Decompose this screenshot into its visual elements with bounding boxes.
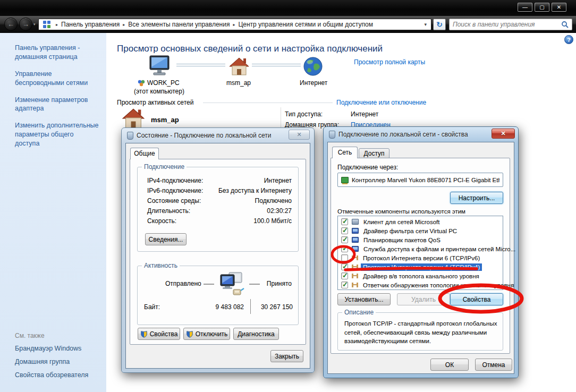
disable-button[interactable]: Отключить [183,328,230,340]
component-properties-button[interactable]: Свойства [450,293,503,305]
checkbox[interactable]: ✓ [341,236,348,243]
minimize-button[interactable]: — [518,3,532,12]
description-group: Описание Протокол TCP/IP - стандартный п… [337,312,503,351]
sidebar-item-change-adapter[interactable]: Изменение параметров адаптера [15,96,99,114]
breadcrumb-arrow-icon: ▸ [56,22,58,27]
globe-icon[interactable] [303,56,323,76]
component-row-ipv6[interactable]: Протокол Интернета версии 6 (TCP/IPv6) [338,253,503,262]
map-router-name[interactable]: msm_ap [226,79,251,87]
row-value: Интернет [264,177,292,184]
description-text: Протокол TCP/IP - стандартный протокол г… [344,319,497,346]
sidebar-item-advanced-sharing[interactable]: Изменить дополнительные параметры общего… [15,121,99,148]
close-dialog-button[interactable]: Закрыть [270,350,303,362]
checkbox[interactable]: ✓ [341,218,348,225]
checkbox-unchecked[interactable] [341,254,348,261]
column-divider [281,107,281,130]
diagnose-button[interactable]: Диагностика [233,328,279,340]
breadcrumb-control-panel[interactable]: Панель управления [61,21,120,28]
sent-label: Отправлено [165,280,201,287]
status-dialog-title: Состояние - Подключение по локальной сет… [137,132,272,139]
computer-icon[interactable] [148,55,172,78]
back-button[interactable]: ← [4,18,18,31]
refresh-button[interactable]: ↻ [433,19,446,30]
sidebar-item-homegroup[interactable]: Домашняя группа [15,358,88,365]
driver-icon [352,228,359,234]
connect-disconnect-link[interactable]: Подключение или отключение [336,99,426,106]
row-label: IPv6-подключение: [147,187,203,194]
bytes-sent-value: 9 483 082 [191,303,244,311]
search-icon[interactable] [561,21,569,28]
search-input[interactable] [453,21,561,28]
checkbox[interactable]: ✓ [341,282,348,288]
row-label: Длительность: [147,207,190,215]
status-row: Скорость: 100.0 Мбит/с [147,217,292,227]
sidebar-item-manage-wireless[interactable]: Управление беспроводными сетями [15,70,99,88]
sidebar-item-control-panel-home[interactable]: Панель управления - домашняя страница [15,44,99,62]
protocol-icon [352,265,358,269]
dialog-close-button[interactable]: ✕ [289,130,310,140]
tab-network[interactable]: Сеть [332,147,358,158]
search-box[interactable] [449,19,572,30]
maximize-button[interactable]: ▢ [535,3,549,12]
install-button[interactable]: Установить... [337,293,391,305]
checkbox[interactable]: ✓ [341,245,348,252]
component-row-ipv4-selected[interactable]: ✓ Протокол Интернета версии 4 (TCP/IPv4) [338,262,503,271]
address-bar[interactable]: ▸ Панель управления ▸ Все элементы панел… [38,19,431,30]
component-row[interactable]: ✓ Драйвер в/в тополога канального уровня [338,271,503,280]
active-networks-title: Просмотр активных сетей [117,99,193,106]
row-value: 100.0 Мбит/с [253,217,292,225]
full-map-link[interactable]: Просмотр полной карты [354,58,425,66]
recent-pages-dropdown-icon[interactable]: ▾ [33,22,36,27]
component-row[interactable]: ✓ Планировщик пакетов QoS [338,235,503,244]
cancel-button[interactable]: Отмена [475,359,512,371]
access-type-value: Интернет [351,110,378,118]
general-tab-page: Подключение IPv4-подключение: Интернет I… [130,159,306,345]
section-divider [203,103,333,103]
house-icon[interactable] [228,56,250,76]
breadcrumb-all-items[interactable]: Все элементы панели управления [128,21,230,28]
ok-button[interactable]: ОК [430,359,469,371]
component-label: Драйвер в/в тополога канального уровня [361,272,481,280]
activity-group: Активность Отправлено [137,266,299,325]
address-dropdown-icon[interactable]: ▾ [422,22,429,27]
adapter-box[interactable]: Контроллер Marvell Yukon 88E8071 PCI-E G… [337,173,503,187]
connection-group-title: Подключение [142,163,187,171]
checkbox[interactable]: ✓ [341,272,348,279]
tab-general[interactable]: Общие [130,148,159,159]
driver-icon [352,237,359,243]
status-properties-button[interactable]: Свойства [138,328,180,340]
client-icon [352,219,359,225]
bytes-label: Байт: [144,303,160,311]
received-dash [249,284,260,285]
help-icon[interactable]: ? [564,35,573,44]
forward-button[interactable]: → [19,18,32,31]
see-also-section: См. также Брандмауэр Windows Домашняя гр… [15,332,88,385]
map-internet-name[interactable]: Интернет [300,79,327,87]
details-button[interactable]: Сведения... [145,233,187,245]
close-button[interactable]: ✕ [552,3,566,12]
checkbox[interactable]: ✓ [341,227,348,234]
component-row[interactable]: ✓ Клиент для сетей Microsoft [338,217,503,226]
dialog-close-button[interactable]: ✕ [492,129,515,139]
tab-sharing[interactable]: Доступ [359,148,389,158]
configure-button[interactable]: Настроить... [450,192,503,204]
component-row[interactable]: ✓ Ответчик обнаружения топологии канальн… [338,280,503,289]
checkbox[interactable]: ✓ [341,263,348,270]
component-label: Драйвер фильтра сети Virtual PC [361,227,459,235]
access-type-label: Тип доступа: [285,110,323,118]
sent-dash [204,284,214,285]
active-network-name: msm_ap [151,116,179,124]
component-row[interactable]: ✓ Драйвер фильтра сети Virtual PC [338,226,503,235]
breadcrumb-network-center[interactable]: Центр управления сетями и общим доступом [238,21,373,28]
properties-dialog-body: Сеть Доступ Подключение через: Контролле… [327,142,514,374]
component-row[interactable]: ✓ Служба доступа к файлам и принтерам се… [338,244,503,253]
sidebar-item-windows-firewall[interactable]: Брандмауэр Windows [15,345,88,352]
map-pc-name[interactable]: WORK_PC [147,79,180,87]
sidebar-item-internet-options[interactable]: Свойства обозревателя [15,371,88,379]
bytes-received-value: 30 267 150 [240,303,293,311]
house-icon[interactable] [121,107,146,130]
navigation-toolbar: ← → ▾ ▸ Панель управления ▸ Все элементы… [0,16,576,33]
network-activity-icon [217,270,245,297]
connection-device-icon [127,132,133,140]
components-list[interactable]: ✓ Клиент для сетей Microsoft ✓ Драйвер ф… [337,216,503,290]
